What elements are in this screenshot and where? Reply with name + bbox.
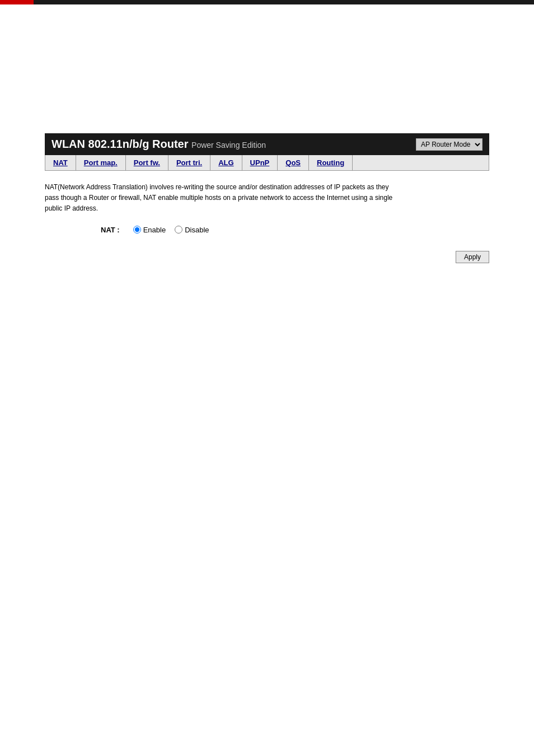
nat-setting-row: NAT : Enable Disable [101,226,489,234]
nav-item-nat[interactable]: NAT [45,155,76,170]
radio-enable-input[interactable] [133,226,141,234]
top-bar [0,0,534,4]
mode-select-wrapper: AP Router Mode AP Mode [416,138,483,151]
nav-item-qos[interactable]: QoS [278,155,309,170]
nat-label: NAT : [101,226,120,234]
radio-enable-label: Enable [143,226,166,234]
nav-item-routing[interactable]: Routing [309,155,353,170]
router-panel: WLAN 802.11n/b/g Router Power Saving Edi… [45,133,489,274]
apply-row: Apply [45,251,489,263]
radio-disable-input[interactable] [175,226,182,234]
radio-disable-label: Disable [185,226,209,234]
nav-item-port-fw[interactable]: Port fw. [126,155,168,170]
radio-group: Enable Disable [133,226,209,234]
nav-item-alg[interactable]: ALG [210,155,242,170]
router-title-normal: Power Saving Edition [191,141,266,150]
nav-item-port-map[interactable]: Port map. [76,155,126,170]
router-title: WLAN 802.11n/b/g Router Power Saving Edi… [51,138,266,151]
nat-description: NAT(Network Address Translation) involve… [45,182,403,214]
nav-bar: NAT Port map. Port fw. Port tri. ALG UPn… [45,155,489,171]
mode-select[interactable]: AP Router Mode AP Mode [416,138,483,151]
radio-enable-option[interactable]: Enable [133,226,166,234]
radio-disable-option[interactable]: Disable [175,226,209,234]
router-title-bold: WLAN 802.11n/b/g Router [51,138,188,150]
router-header: WLAN 802.11n/b/g Router Power Saving Edi… [45,133,489,155]
apply-button[interactable]: Apply [456,251,489,263]
content-area: NAT(Network Address Translation) involve… [45,171,489,274]
nav-item-upnp[interactable]: UPnP [242,155,278,170]
nav-item-port-tri[interactable]: Port tri. [168,155,210,170]
